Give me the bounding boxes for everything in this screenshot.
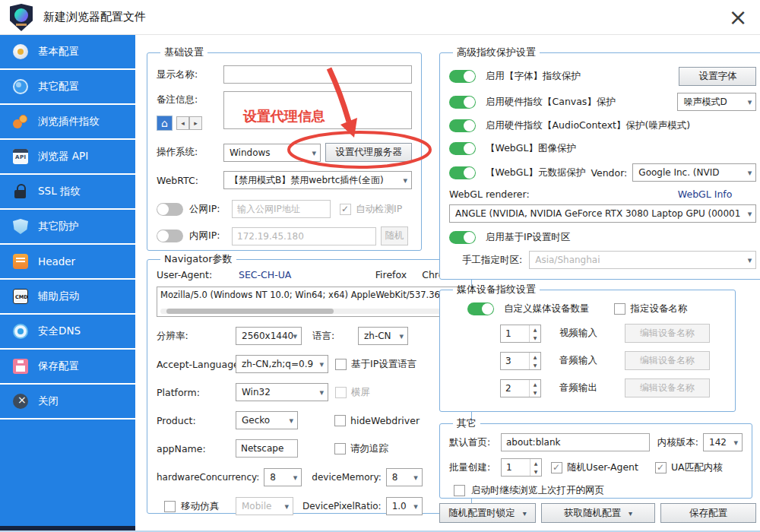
advanced-fingerprint-legend: 高级指纹保护设置 [453,46,540,59]
display-name-input[interactable] [223,65,412,84]
os-select[interactable]: Windows [223,144,321,162]
webgl-renderer-select[interactable]: ANGLE (NVIDIA, NVIDIA GeForce RTX 3080 L… [449,204,756,223]
mobile-select[interactable]: Mobile [236,497,293,515]
edit-video-device-button[interactable]: 编辑设备名称 [625,324,710,343]
proxy-server-button[interactable]: 设置代理服务器 [325,143,412,162]
homepage-label: 默认首页: [449,436,501,449]
user-agent-textarea[interactable]: Mozilla/5.0 (Windows NT 10.0; Win64; x64… [157,287,462,317]
sidebar-item-assist-launch[interactable]: 辅助启动 [0,280,135,315]
webgl-image-protect-label: 【WebGL】图像保护 [486,142,576,155]
accept-language-select[interactable]: zh-CN,zh;q=0.9 [236,355,328,373]
platform-select[interactable]: Win32 [236,383,328,401]
set-font-button[interactable]: 设置字体 [679,67,756,86]
sidebar-item-secure-dns[interactable]: 安全DNS [0,315,135,350]
canvas-protect-toggle[interactable] [449,96,476,109]
landscape-checkbox[interactable] [335,387,347,398]
public-ip-input[interactable] [232,200,331,218]
dnt-checkbox[interactable] [334,443,346,454]
hide-webdriver-checkbox[interactable] [334,415,346,426]
webgl-image-protect-toggle[interactable] [449,142,476,155]
sidebar-item-other-protection[interactable]: 其它防护 [0,210,135,245]
resume-browsing-checkbox[interactable] [454,485,465,496]
audiocontext-protect-toggle[interactable] [449,119,476,132]
ua-scrollbar [160,309,458,314]
audio-input-label: 音频输入 [559,354,600,367]
save-config-button[interactable]: 保存配置 [660,503,756,523]
ip-language-checkbox[interactable] [335,359,347,370]
home-icon[interactable] [157,116,173,131]
spinner-down-icon[interactable]: ▼ [530,361,540,369]
hardware-concurrency-select[interactable]: 8 [264,468,302,486]
app-logo-icon [10,4,33,31]
get-random-config-button[interactable]: 获取随机配置 [541,503,655,523]
mobile-emulation-checkbox[interactable] [164,501,176,512]
font-protect-toggle[interactable] [449,70,476,83]
vendor-select[interactable]: Google Inc. (NVID [632,163,756,182]
public-ip-toggle[interactable] [157,203,183,216]
edit-audio-output-device-button[interactable]: 编辑设备名称 [625,378,710,397]
spinner-up-icon[interactable]: ▲ [530,353,540,361]
sidebar-item-plugin-fingerprint[interactable]: 浏览插件指纹 [0,105,135,140]
kernel-version-select[interactable]: 142 [703,433,743,451]
lan-ip-input[interactable] [232,227,376,245]
basic-settings-fieldset: 基础设置 显示名称: 备注信息: ◂ ▸ 操作系统: Windows 设置代理服… [147,46,422,251]
device-memory-label: deviceMemory: [312,472,381,483]
appname-input[interactable] [236,439,298,458]
sidebar-item-browser-api[interactable]: 浏览器 API [0,140,135,175]
spinner-down-icon[interactable]: ▼ [530,388,540,397]
accept-language-label: Accept-Language: [157,359,236,370]
firefox-link[interactable]: Firefox [375,269,407,280]
ip-timezone-toggle[interactable] [449,231,476,244]
note-textarea[interactable] [223,91,412,129]
webrtc-select[interactable]: 【禁用模式B】禁用webrtc插件(全面) [223,171,412,189]
device-memory-select[interactable]: 8 [386,468,423,486]
sidebar-item-label: 基本配置 [38,45,79,59]
spinner-down-icon[interactable]: ▼ [530,334,540,342]
resume-browsing-label: 启动时继续浏览上次打开的网页 [471,484,604,497]
titlebar: 新建浏览器配置文件 [0,0,760,35]
ua-match-kernel-checkbox[interactable] [655,462,667,473]
audio-input-count-spinner[interactable]: 3 ▲▼ [500,352,541,370]
edit-audio-input-device-button[interactable]: 编辑设备名称 [625,351,710,370]
webgl-info-link[interactable]: WebGL Info [678,188,733,200]
random-ip-button[interactable]: 随机 [381,226,408,245]
auto-detect-ip-checkbox[interactable] [340,204,351,215]
audio-output-count-spinner[interactable]: 2 ▲▼ [500,379,541,397]
sec-ch-ua-link[interactable]: SEC-CH-UA [239,269,291,280]
custom-media-count-toggle[interactable] [467,302,494,315]
batch-create-label: 批量创建: [449,461,501,474]
language-select[interactable]: zh-CN [358,327,408,345]
video-input-count-spinner[interactable]: 1 ▲▼ [500,325,541,343]
display-name-label: 显示名称: [157,68,223,81]
batch-create-spinner[interactable]: 1 ▲▼ [501,458,542,477]
close-icon[interactable] [725,5,751,30]
dpr-select[interactable]: 1.0 [386,497,423,515]
spinner-up-icon[interactable]: ▲ [530,380,540,388]
timezone-select[interactable]: Asia/Shanghai [529,251,756,269]
sidebar-item-basic-config[interactable]: 基本配置 [0,35,135,70]
sidebar-item-save-config[interactable]: 保存配置 [0,350,135,385]
prev-arrow-icon[interactable]: ◂ [176,116,189,130]
gears-icon [13,114,28,129]
random-ua-checkbox[interactable] [551,462,562,473]
next-arrow-icon[interactable]: ▸ [189,116,202,130]
spinner-up-icon[interactable]: ▲ [530,459,541,467]
canvas-noise-mode-select[interactable]: 噪声模式D [677,93,756,111]
spinner-down-icon[interactable]: ▼ [530,467,541,476]
sidebar-item-close[interactable]: 关闭 [0,385,135,420]
homepage-input[interactable] [501,433,650,451]
lan-ip-toggle[interactable] [157,230,183,242]
resolution-select[interactable]: 2560x1440 [236,327,302,345]
webgl-meta-protect-toggle[interactable] [449,166,476,179]
lock-on-random-button[interactable]: 随机配置时锁定 [439,503,536,523]
product-select[interactable]: Gecko [236,411,298,429]
sidebar-item-label: 其它防护 [38,220,79,233]
spinner-up-icon[interactable]: ▲ [530,325,540,334]
ua-scrollbar-thumb[interactable] [166,309,334,314]
device-name-checkbox[interactable] [614,303,625,315]
canvas-protect-label: 启用硬件指纹【Canvas】保护 [486,96,616,109]
other-legend: 其它 [453,416,480,430]
sidebar-item-header[interactable]: Header [0,245,135,280]
sidebar-item-other-config[interactable]: 其它配置 [0,70,135,105]
sidebar-item-ssl-fingerprint[interactable]: SSL 指纹 [0,175,135,210]
